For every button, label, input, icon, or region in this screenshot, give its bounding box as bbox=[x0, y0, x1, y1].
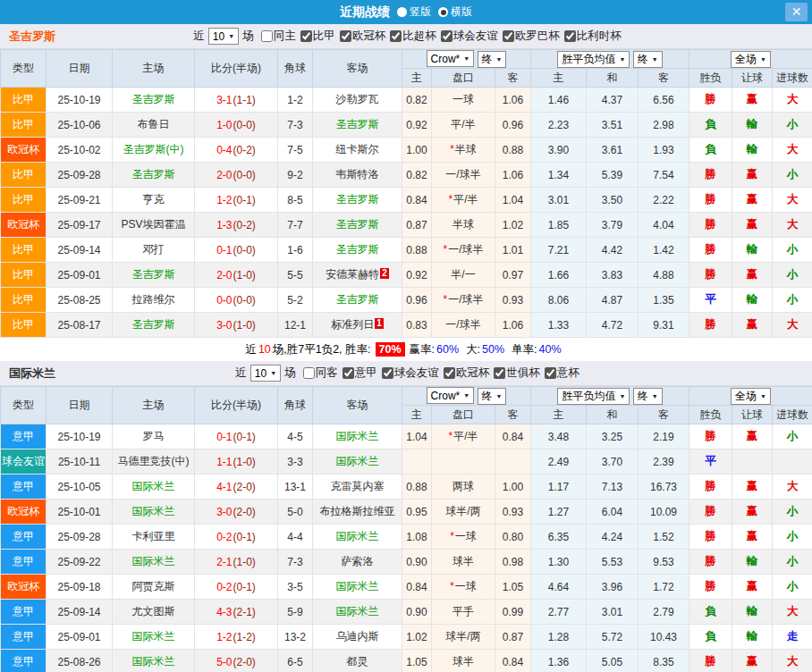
filter-option[interactable]: 欧冠杯 bbox=[444, 365, 490, 381]
odds-home: 0.82 bbox=[402, 88, 432, 113]
filter-option[interactable]: 同主 bbox=[261, 29, 296, 44]
mean-home: 1.66 bbox=[531, 263, 587, 288]
filter-checkbox[interactable] bbox=[441, 30, 453, 42]
filter-checkbox[interactable] bbox=[303, 367, 315, 379]
mean-stage-select[interactable]: 终▼ bbox=[633, 388, 663, 405]
match-date: 25-08-17 bbox=[47, 313, 113, 338]
filter-option[interactable]: 比利时杯 bbox=[564, 29, 622, 44]
radio-unchecked-icon[interactable] bbox=[397, 7, 407, 17]
radio-checked-icon[interactable] bbox=[438, 7, 448, 17]
mean-draw: 3.83 bbox=[587, 263, 639, 288]
filter-checkbox[interactable] bbox=[340, 30, 351, 42]
halftime-score: (2-0) bbox=[233, 506, 256, 518]
mean-type-value: 胜平负均值 bbox=[562, 52, 615, 67]
home-team: 邓打 bbox=[113, 238, 195, 263]
filter-option[interactable]: 欧冠杯 bbox=[340, 29, 386, 44]
result-outcome: 勝 bbox=[689, 550, 732, 575]
scope-select[interactable]: 全场▼ bbox=[731, 388, 771, 405]
odds-handicap: 一球 bbox=[432, 88, 495, 113]
mean-type-select[interactable]: 胜平负均值▼ bbox=[557, 51, 630, 68]
filter-option[interactable]: 世俱杯 bbox=[494, 365, 540, 381]
filter-option[interactable]: 欧罗巴杯 bbox=[503, 29, 560, 44]
halftime-score: (0-2) bbox=[233, 219, 256, 231]
result-handicap: 輸 bbox=[732, 113, 773, 138]
win-rate-badge: 70% bbox=[376, 342, 405, 357]
mean-away: 2.22 bbox=[639, 188, 689, 213]
filter-option[interactable]: 意甲 bbox=[343, 365, 377, 381]
fulltime-score: 0-0 bbox=[216, 294, 232, 307]
star-icon: * bbox=[450, 580, 454, 592]
filter-checkbox[interactable] bbox=[382, 367, 393, 379]
mean-home: 1.85 bbox=[531, 213, 587, 238]
result-outcome: 勝 bbox=[689, 575, 732, 600]
odds-away: 0.84 bbox=[495, 650, 531, 672]
odds-away: 1.05 bbox=[495, 575, 531, 600]
result-outcome: 勝 bbox=[689, 163, 732, 188]
mean-stage-select[interactable]: 终▼ bbox=[633, 51, 663, 68]
match-date: 25-09-01 bbox=[47, 263, 113, 288]
odds-away: 1.02 bbox=[495, 213, 531, 238]
titlebar: 近期战绩 竖版 横版 ✕ bbox=[0, 0, 812, 24]
away-team: 克雷莫内塞 bbox=[313, 475, 402, 500]
layout-radio-vertical[interactable]: 竖版 bbox=[392, 4, 431, 20]
odds-home: 0.84 bbox=[402, 575, 432, 600]
filter-checkbox[interactable] bbox=[494, 367, 505, 379]
odds-stage-select[interactable]: 终▼ bbox=[478, 51, 507, 68]
odds-handicap: *一/球半 bbox=[432, 288, 495, 313]
mean-away: 10.09 bbox=[639, 500, 689, 525]
match-score: 2-0(1-0) bbox=[195, 263, 278, 288]
mean-away: 1.42 bbox=[639, 238, 689, 263]
scope-group-header: 全场▼ bbox=[689, 50, 812, 69]
filter-option[interactable]: 球会友谊 bbox=[441, 29, 498, 44]
odds-home: 0.96 bbox=[402, 288, 432, 313]
match-row: 意甲25-10-19罗马0-1(0-1)4-5国际米兰1.04*平/半0.843… bbox=[1, 424, 812, 449]
mean-type-select[interactable]: 胜平负均值▼ bbox=[557, 388, 630, 405]
filter-option[interactable]: 球会友谊 bbox=[382, 365, 439, 381]
filter-label: 比利时杯 bbox=[577, 29, 622, 44]
mean-away: 8.35 bbox=[639, 650, 689, 672]
col-away: 客场 bbox=[313, 50, 402, 88]
home-team: 国际米兰 bbox=[113, 475, 195, 500]
layout-radio-horizontal[interactable]: 横版 bbox=[433, 4, 472, 20]
filter-checkbox[interactable] bbox=[564, 30, 576, 42]
match-count-select-2[interactable]: 10 ▼ bbox=[250, 365, 281, 382]
filter-checkbox[interactable] bbox=[390, 30, 402, 42]
filter-option[interactable]: 同客 bbox=[303, 365, 338, 381]
match-score: 5-0(2-0) bbox=[195, 650, 278, 672]
match-row: 比甲25-08-17圣吉罗斯3-0(1-0)12-1标准列日10.83一/球半1… bbox=[1, 313, 812, 338]
filter-option[interactable]: 意杯 bbox=[545, 365, 579, 381]
odds-group-header: Crow*▼ 终▼ bbox=[402, 387, 531, 406]
filter-checkbox[interactable] bbox=[545, 367, 556, 379]
filter-option[interactable]: 比超杯 bbox=[390, 29, 436, 44]
halftime-score: (1-0) bbox=[233, 269, 256, 281]
home-team: 国际米兰 bbox=[113, 650, 195, 672]
odds-home: 1.00 bbox=[402, 138, 432, 163]
mean-away: 16.73 bbox=[639, 475, 689, 500]
filter-option[interactable]: 比甲 bbox=[300, 29, 335, 44]
odds-handicap: *一/球半 bbox=[432, 238, 495, 263]
match-count-select-1[interactable]: 10 ▼ bbox=[208, 28, 239, 45]
mean-home: 1.30 bbox=[531, 550, 587, 575]
match-type: 比甲 bbox=[1, 238, 47, 263]
filter-checkbox[interactable] bbox=[503, 30, 514, 42]
corner-score: 5-9 bbox=[278, 600, 313, 625]
star-icon: * bbox=[443, 243, 447, 256]
odds-away: 0.84 bbox=[495, 424, 531, 449]
odds-handicap: 球半 bbox=[432, 550, 495, 575]
scope-select[interactable]: 全场▼ bbox=[731, 51, 771, 68]
match-row: 比甲25-09-01圣吉罗斯2-0(1-0)5-5安德莱赫特20.92半/一0.… bbox=[1, 263, 812, 288]
odds-home: 1.02 bbox=[402, 625, 432, 650]
match-type: 意甲 bbox=[1, 424, 47, 449]
odds-stage-select[interactable]: 终▼ bbox=[478, 388, 507, 405]
fulltime-score: 4-1 bbox=[216, 481, 232, 493]
result-goals: 大 bbox=[773, 475, 812, 500]
filter-checkbox[interactable] bbox=[343, 367, 354, 379]
result-outcome: 勝 bbox=[689, 500, 732, 525]
filter-checkbox[interactable] bbox=[444, 367, 455, 379]
filter-checkbox[interactable] bbox=[300, 30, 312, 42]
odds-source-select[interactable]: Crow*▼ bbox=[427, 387, 475, 404]
filter-checkbox[interactable] bbox=[261, 30, 273, 42]
home-team: 国际米兰 bbox=[113, 550, 195, 575]
odds-source-select[interactable]: Crow*▼ bbox=[427, 50, 475, 67]
close-button[interactable]: ✕ bbox=[785, 3, 808, 21]
